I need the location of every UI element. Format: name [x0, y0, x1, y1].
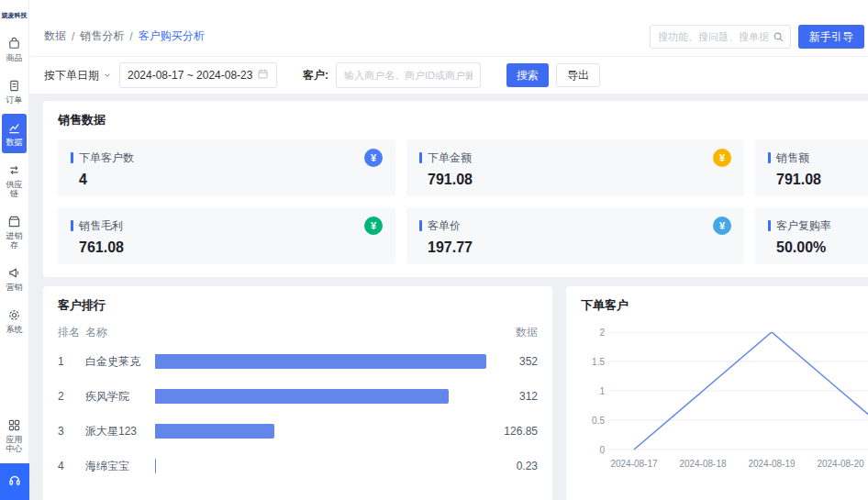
customer-ranking-card: 客户排行 排名 名称 数据 1 白金史莱克 352 2 疾风学院 — [43, 286, 552, 500]
sidebar-item-supply-chain[interactable]: 供应链 — [2, 156, 27, 205]
marketing-icon — [7, 266, 21, 280]
metric-value: 50.00% — [776, 239, 868, 256]
y-tick-label: 2 — [599, 328, 605, 338]
y-tick-label: 1.5 — [592, 357, 605, 367]
search-icon[interactable] — [773, 31, 785, 43]
sidebar-item-inventory[interactable]: 进销存 — [2, 207, 27, 256]
sidebar-item-orders[interactable]: 订单 — [2, 72, 27, 111]
headset-icon — [7, 472, 22, 491]
supply-chain-icon — [7, 163, 21, 177]
x-tick-label: 2024-08-19 — [742, 459, 801, 469]
metric-repurchase-rate: 客户复购率 50.00% — [755, 207, 868, 264]
bar-track — [155, 459, 486, 473]
rank-bar — [155, 424, 274, 439]
breadcrumb-item-sales-analysis[interactable]: 销售分析 — [80, 28, 124, 44]
goods-icon — [7, 37, 21, 50]
rank-value: 126.85 — [486, 425, 538, 438]
export-button[interactable]: 导出 — [556, 63, 600, 87]
x-tick-label: 2024-08-17 — [605, 459, 663, 469]
x-tick-label: 2024-08-18 — [673, 459, 732, 469]
yuan-circle-icon: ¥ — [364, 217, 383, 235]
chart-title: 下单客户 — [581, 297, 868, 314]
rank-row: 2 疾风学院 312 — [58, 379, 538, 414]
x-axis-labels: 2024-08-172024-08-182024-08-192024-08-20 — [609, 459, 868, 472]
date-range-input[interactable]: 2024-08-17 ~ 2024-08-23 — [119, 62, 277, 88]
sidebar-item-system[interactable]: 系统 — [2, 301, 27, 340]
app-root: 观麦科技 商品 订单 数据 供应链 进销存 营销 系统 — [0, 0, 868, 500]
gear-icon — [7, 308, 21, 322]
column-rank: 排名 — [58, 325, 85, 340]
order-customers-chart-card: 下单客户 00.511.52 2024-08-172024-08-182024-… — [566, 286, 868, 500]
metric-sales-amount: 销售额 791.08 — [755, 139, 868, 196]
ranking-title: 客户排行 — [58, 297, 538, 314]
column-value: 数据 — [516, 325, 538, 340]
y-axis-labels: 00.511.52 — [581, 325, 606, 472]
y-tick-label: 0 — [599, 445, 605, 455]
sidebar-item-label: 数据 — [5, 138, 25, 147]
topbar-right: 新手引导 — [650, 25, 864, 49]
chevron-down-icon — [103, 71, 112, 80]
customer-search-input[interactable] — [336, 62, 481, 88]
content-area: 销售数据 下单客户数 ¥ 4 下单金额 — [29, 94, 868, 500]
rank-number: 3 — [58, 425, 85, 438]
guide-button[interactable]: 新手引导 — [798, 25, 864, 49]
rank-row: 3 派大星123 126.85 — [58, 414, 538, 449]
customer-name: 白金史莱克 — [85, 354, 155, 370]
sidebar-item-label: 营销 — [5, 283, 25, 292]
accent-bar — [768, 152, 771, 163]
yuan-circle-icon: ¥ — [713, 217, 731, 235]
customer-filter-label: 客户: — [303, 68, 328, 83]
metric-value: 197.77 — [428, 239, 731, 256]
accent-bar — [419, 152, 422, 163]
metric-label: 客户复购率 — [776, 218, 868, 234]
main-area: 数据 / 销售分析 / 客户购买分析 新手引导 按下单日期 2024-08-17… — [29, 0, 868, 500]
rank-number: 1 — [58, 355, 85, 368]
date-type-label: 按下单日期 — [44, 68, 99, 83]
sidebar-item-app-center[interactable]: 应用中心 — [2, 411, 27, 460]
bar-track — [155, 389, 486, 404]
rank-value: 312 — [486, 390, 538, 403]
calendar-icon — [257, 68, 269, 83]
chart-plot — [609, 332, 868, 455]
date-type-select[interactable]: 按下单日期 — [44, 68, 112, 83]
sidebar-item-marketing[interactable]: 营销 — [2, 259, 27, 298]
metric-label: 下单客户数 — [79, 150, 364, 166]
global-search-box[interactable] — [650, 25, 791, 49]
metric-order-amount: 下单金额 ¥ 791.08 — [406, 139, 744, 196]
line-chart-svg — [609, 332, 868, 455]
metric-label: 客单价 — [428, 218, 713, 234]
line-chart: 00.511.52 2024-08-172024-08-182024-08-19… — [581, 325, 868, 500]
rank-number: 2 — [58, 390, 85, 403]
customer-name: 疾风学院 — [85, 389, 155, 405]
bar-track — [155, 354, 486, 369]
rank-number: 4 — [58, 460, 85, 472]
metric-value: 791.08 — [428, 172, 731, 188]
customer-name: 派大星123 — [85, 424, 155, 439]
accent-bar — [419, 220, 422, 231]
yuan-circle-icon: ¥ — [364, 149, 383, 167]
search-button[interactable]: 搜索 — [506, 63, 549, 87]
rank-bar — [155, 354, 486, 369]
y-tick-label: 1 — [599, 386, 605, 396]
metric-order-customer-count: 下单客户数 ¥ 4 — [58, 139, 395, 196]
metric-avg-order-value: 客单价 ¥ 197.77 — [406, 207, 744, 264]
rank-value: 352 — [486, 355, 538, 368]
metric-label: 销售毛利 — [79, 218, 364, 234]
breadcrumb-item-data[interactable]: 数据 — [44, 28, 66, 44]
rank-row: 4 海绵宝宝 0.23 — [58, 449, 538, 483]
app-grid-icon — [7, 418, 21, 432]
service-widget[interactable] — [0, 463, 29, 500]
accent-bar — [71, 152, 73, 163]
sidebar-item-data[interactable]: 数据 — [2, 114, 27, 153]
x-tick-label: 2024-08-20 — [811, 459, 868, 469]
sidebar-item-label: 订单 — [5, 95, 25, 105]
sidebar-item-goods[interactable]: 商品 — [2, 29, 27, 69]
bottom-row: 客户排行 排名 名称 数据 1 白金史莱克 352 2 疾风学院 — [43, 286, 868, 500]
metrics-grid: 下单客户数 ¥ 4 下单金额 ¥ 791.08 — [58, 139, 868, 264]
global-search-input[interactable] — [651, 31, 773, 42]
metric-value: 4 — [79, 172, 383, 188]
topbar: 数据 / 销售分析 / 客户购买分析 新手引导 — [29, 0, 868, 57]
rank-row: 1 白金史莱克 352 — [58, 344, 538, 379]
metric-value: 761.08 — [79, 239, 383, 256]
metric-label: 下单金额 — [428, 150, 713, 166]
